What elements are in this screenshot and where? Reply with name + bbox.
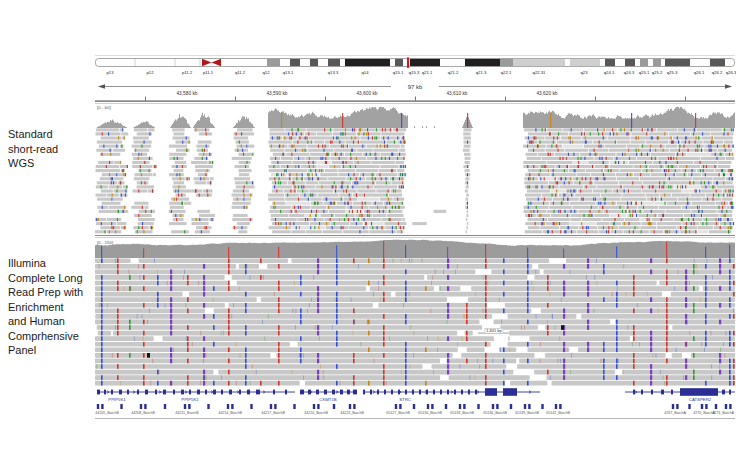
track-group-label-long-read: Illumina Complete Long Read Prep with En…	[8, 256, 98, 358]
svg-text:p11.1: p11.1	[203, 70, 214, 75]
ruler-span-indicator: 97 kb	[95, 83, 735, 90]
svg-text:44220_BatchB: 44220_BatchB	[304, 411, 328, 415]
svg-text:p11.2: p11.2	[182, 70, 193, 75]
svg-text:44214_BatchB: 44214_BatchB	[218, 411, 242, 415]
lrs-read-pileup-area: 1,841 bp	[95, 258, 735, 386]
ruler-left-arrow-icon	[98, 84, 105, 89]
svg-text:44223_BatchB: 44223_BatchB	[340, 411, 364, 415]
ruler-right-arrow-icon	[725, 84, 732, 89]
track-group-label-wgs: Standard short-read WGS	[8, 127, 96, 171]
lrs-read-pileup[interactable]	[95, 258, 735, 386]
svg-text:q25.2: q25.2	[652, 70, 663, 75]
svg-text:44205_BatchB: 44205_BatchB	[95, 411, 119, 415]
svg-text:4267_BatchA: 4267_BatchA	[664, 411, 686, 415]
svg-text:q12: q12	[263, 70, 271, 75]
svg-text:q13.1: q13.1	[283, 70, 294, 75]
svg-text:q25.3: q25.3	[667, 70, 678, 75]
svg-text:q25.1: q25.1	[639, 70, 650, 75]
svg-text:65142_BatchB: 65142_BatchB	[546, 411, 570, 415]
lrs-coverage-range-label: [0 - 150]	[97, 240, 113, 245]
svg-text:97 kb: 97 kb	[408, 84, 423, 90]
svg-text:q23: q23	[581, 70, 589, 75]
panel-bottom-border	[95, 418, 735, 419]
wgs-coverage-histogram[interactable]	[95, 104, 735, 128]
svg-text:q15.1: q15.1	[393, 70, 404, 75]
svg-text:q22.31: q22.31	[533, 70, 546, 75]
chromosome-ideogram[interactable]	[95, 57, 735, 69]
gene-name-labels: PPIP5K1PPIP5K1CKMT1BSTRCCATSPER2	[95, 396, 735, 403]
svg-text:PPIP5K1: PPIP5K1	[108, 397, 126, 402]
svg-text:p13: p13	[107, 70, 115, 75]
svg-text:CKMT1B: CKMT1B	[319, 397, 337, 402]
svg-text:q21.1: q21.1	[422, 70, 433, 75]
svg-text:65139_BatchB: 65139_BatchB	[515, 411, 539, 415]
svg-text:STRC: STRC	[399, 397, 411, 402]
svg-text:q26.3: q26.3	[726, 70, 736, 75]
svg-text:65130_BatchB: 65130_BatchB	[418, 411, 442, 415]
svg-text:q26.1: q26.1	[694, 70, 705, 75]
svg-text:q24.1: q24.1	[604, 70, 615, 75]
deletion-size-label: 1,841 bp	[484, 328, 503, 334]
svg-text:q13.3: q13.3	[328, 70, 339, 75]
ideogram-band-labels: p13p12p11.2p11.1q11.2q12q13.1q13.3q14q15…	[95, 69, 735, 77]
svg-text:q26.2: q26.2	[712, 70, 723, 75]
screenshot: Standard short-read WGS Illumina Complet…	[0, 0, 736, 475]
current-view-marker	[407, 57, 409, 67]
svg-text:q14: q14	[362, 70, 370, 75]
svg-text:44211_BatchB: 44211_BatchB	[175, 411, 199, 415]
svg-text:q24.3: q24.3	[624, 70, 635, 75]
probe-name-labels: 44205_BatchB44208_BatchB44211_BatchB4421…	[95, 409, 735, 416]
svg-text:q11.2: q11.2	[235, 70, 246, 75]
svg-text:65136_BatchB: 65136_BatchB	[483, 411, 507, 415]
svg-text:q22.1: q22.1	[501, 70, 512, 75]
igv-browser-panel: p13p12p11.2p11.1q11.2q12q13.1q13.3q14q15…	[95, 55, 735, 422]
svg-text:4273_BatchA: 4273_BatchA	[712, 411, 734, 415]
svg-text:q21.3: q21.3	[476, 70, 487, 75]
svg-text:CATSPER2: CATSPER2	[689, 397, 712, 402]
lrs-coverage-histogram[interactable]	[95, 238, 735, 258]
svg-text:44217_BatchB: 44217_BatchB	[261, 411, 285, 415]
svg-text:q21.2: q21.2	[448, 70, 459, 75]
wgs-read-pileup[interactable]	[95, 128, 735, 234]
svg-text:44208_BatchB: 44208_BatchB	[131, 411, 155, 415]
svg-text:65133_BatchB: 65133_BatchB	[450, 411, 474, 415]
svg-text:p12: p12	[147, 70, 155, 75]
svg-text:q15.3: q15.3	[409, 70, 420, 75]
svg-text:PPIP5K1: PPIP5K1	[181, 397, 199, 402]
svg-text:65127_BatchB: 65127_BatchB	[386, 411, 410, 415]
wgs-coverage-range-label: [0 - 60]	[97, 105, 111, 110]
